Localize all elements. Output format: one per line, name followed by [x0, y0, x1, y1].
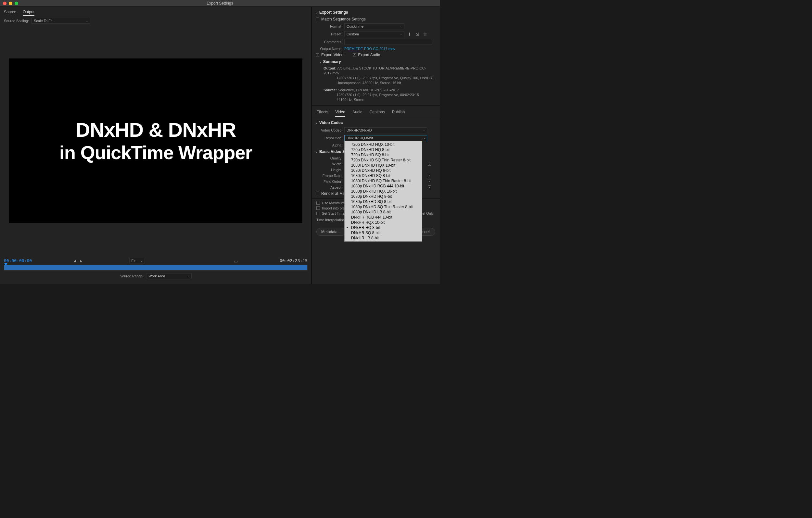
preview-tabs: Source Output — [0, 7, 312, 16]
width-label: Width: — [316, 162, 342, 166]
time-interpolation-label: Time Interpolation: — [316, 218, 346, 222]
tab-video[interactable]: Video — [335, 109, 345, 117]
main-content: Source Output Source Scaling: Scale To F… — [0, 7, 440, 284]
timecode-end: 00:02:23:15 — [280, 258, 308, 263]
tab-captions[interactable]: Captions — [370, 109, 385, 117]
close-icon[interactable] — [3, 2, 6, 5]
resolution-option[interactable]: DNxHR RGB 444 10-bit — [345, 215, 422, 220]
resolution-option[interactable]: 720p DNxHD HQX 10-bit — [345, 142, 422, 147]
resolution-option[interactable]: DNxHR SQ 8-bit — [345, 230, 422, 235]
resolution-option[interactable]: 1080p DNxHD SQ 8-bit — [345, 199, 422, 204]
source-range-select[interactable]: Work Area⌵ — [146, 273, 192, 279]
match-sequence-checkbox[interactable] — [316, 18, 319, 21]
render-max-depth-checkbox[interactable] — [316, 192, 319, 195]
resolution-option[interactable]: 720p DNxHD HQ 8-bit — [345, 147, 422, 152]
resolution-dropdown-menu: 720p DNxHD HQX 10-bit720p DNxHD HQ 8-bit… — [344, 141, 422, 241]
chevron-down-icon: ⌵ — [140, 259, 143, 263]
comments-input[interactable] — [344, 39, 432, 45]
export-audio-checkbox[interactable] — [353, 53, 356, 57]
resolution-option[interactable]: 1080i DNxHD SQ Thin Raster 8-bit — [345, 178, 422, 183]
resolution-option[interactable]: 720p DNxHD SQ 8-bit — [345, 152, 422, 157]
frame-rate-label: Frame Rate: — [316, 174, 342, 178]
export-video-checkbox[interactable] — [316, 53, 319, 57]
resolution-option[interactable]: DNxHR HQX 10-bit — [345, 220, 422, 225]
tab-source[interactable]: Source — [4, 9, 16, 16]
resolution-option[interactable]: 1080i DNxHD HQX 10-bit — [345, 163, 422, 168]
source-scaling-row: Source Scaling: Scale To Fit⌵ — [0, 16, 312, 26]
settings-panel: ⌵ Export Settings Match Sequence Setting… — [312, 7, 440, 284]
mark-out-icon[interactable]: ◣ — [80, 259, 83, 262]
resolution-option[interactable]: 720p DNxHD SQ Thin Raster 8-bit — [345, 157, 422, 163]
set-start-timecode-checkbox[interactable] — [316, 212, 320, 215]
resolution-option[interactable]: 1080p DNxHD HQX 10-bit — [345, 189, 422, 194]
chevron-down-icon: ⌵ — [423, 128, 425, 132]
aspect-label: Aspect: — [316, 185, 342, 189]
metadata-button[interactable]: Metadata... — [316, 228, 346, 236]
resolution-select[interactable]: DNxHR HQ 8-bit⌵ — [344, 135, 427, 141]
preset-select[interactable]: Custom⌵ — [344, 31, 404, 37]
height-label: Height: — [316, 168, 342, 172]
video-codec-section-header[interactable]: ⌵ Video Codec — [316, 119, 436, 126]
tab-audio[interactable]: Audio — [352, 109, 362, 117]
field-order-match-checkbox[interactable] — [428, 180, 431, 183]
resolution-option[interactable]: 1080p DNxHD LB 8-bit — [345, 209, 422, 215]
use-max-render-checkbox[interactable] — [316, 201, 320, 205]
preview-text-line1: DNxHD & DNxHR — [76, 118, 236, 141]
output-name-link[interactable]: PREMIERE-PRO-CC-2017.mov — [344, 47, 395, 51]
maximize-icon[interactable] — [14, 2, 18, 5]
save-preset-icon[interactable]: ⬇ — [406, 31, 412, 37]
zoom-fit-select[interactable]: Fit⌵ — [129, 258, 145, 263]
video-codec-select[interactable]: DNxHR/DNxHD⌵ — [344, 127, 427, 133]
timecode-start[interactable]: 00:00:00:00 — [4, 258, 32, 263]
preview-area: DNxHD & DNxHR in QuickTime Wrapper — [0, 26, 312, 256]
summary-source: Source: Sequence, PREMIERE-PRO-CC-2017 1… — [316, 87, 436, 104]
resolution-label: Resolution: — [316, 136, 342, 140]
tab-output[interactable]: Output — [23, 9, 34, 16]
chevron-down-icon: ⌵ — [316, 121, 317, 124]
resolution-option[interactable]: 1080i DNxHD SQ 8-bit — [345, 173, 422, 178]
resolution-option[interactable]: DNxHR HQ 8-bit — [345, 225, 422, 230]
aspect-ratio-overlay-icon[interactable]: ▭ — [234, 259, 238, 263]
source-range-label: Source Range: — [120, 274, 144, 278]
aspect-match-checkbox[interactable] — [428, 185, 431, 189]
import-into-project-checkbox[interactable] — [316, 206, 320, 210]
summary-output: Output: /Volume...BE STOCK TUTORIAL/PREM… — [316, 65, 436, 87]
format-select[interactable]: QuickTime⌵ — [344, 23, 404, 29]
chevron-down-icon: ⌵ — [401, 25, 402, 28]
frame-rate-match-checkbox[interactable] — [428, 174, 431, 177]
resolution-option[interactable]: 1080i DNxHD HQ 8-bit — [345, 168, 422, 173]
summary-section-header[interactable]: ⌵ Summary — [316, 58, 436, 65]
playhead-icon[interactable] — [4, 263, 7, 266]
alpha-label: Alpha: — [316, 143, 342, 147]
resolution-option[interactable]: DNxHR LB 8-bit — [345, 235, 422, 241]
settings-tabs: Effects Video Audio Captions Publish — [312, 106, 440, 117]
preview-panel: Source Output Source Scaling: Scale To F… — [0, 7, 312, 284]
chevron-down-icon: ⌵ — [320, 60, 321, 63]
chevron-down-icon: ⌵ — [86, 19, 88, 22]
source-scaling-select[interactable]: Scale To Fit⌵ — [31, 18, 90, 24]
chevron-down-icon: ⌵ — [316, 150, 317, 153]
tab-publish[interactable]: Publish — [392, 109, 405, 117]
delete-preset-icon[interactable]: 🗑 — [422, 31, 428, 37]
resolution-option[interactable]: 1080p DNxHD HQ 8-bit — [345, 194, 422, 199]
output-name-label: Output Name: — [316, 47, 342, 51]
width-height-link-checkbox[interactable] — [428, 162, 431, 166]
minimize-icon[interactable] — [9, 2, 12, 5]
chevron-down-icon: ⌵ — [316, 11, 317, 14]
export-settings-section-header[interactable]: ⌵ Export Settings — [316, 9, 436, 16]
preset-label: Preset: — [316, 32, 342, 36]
preview-frame: DNxHD & DNxHR in QuickTime Wrapper — [9, 58, 302, 224]
timeline: 00:00:00:00 ◢ ◣ Fit⌵ ▭ 00:02:23:15 — [0, 256, 312, 284]
import-preset-icon[interactable]: ⇲ — [414, 31, 420, 37]
preview-text-line2: in QuickTime Wrapper — [59, 142, 252, 163]
quality-label: Quality: — [316, 156, 342, 160]
tab-effects[interactable]: Effects — [316, 109, 328, 117]
match-sequence-label: Match Sequence Settings — [321, 17, 366, 22]
timeline-track[interactable] — [4, 265, 308, 270]
mark-in-icon[interactable]: ◢ — [74, 259, 76, 262]
export-audio-label: Export Audio — [358, 53, 380, 57]
resolution-option[interactable]: 1080p DNxHD SQ Thin Raster 8-bit — [345, 204, 422, 209]
resolution-option[interactable]: 1080p DNxHD RGB 444 10-bit — [345, 183, 422, 189]
format-label: Format: — [316, 24, 342, 28]
field-order-label: Field Order: — [316, 180, 342, 183]
